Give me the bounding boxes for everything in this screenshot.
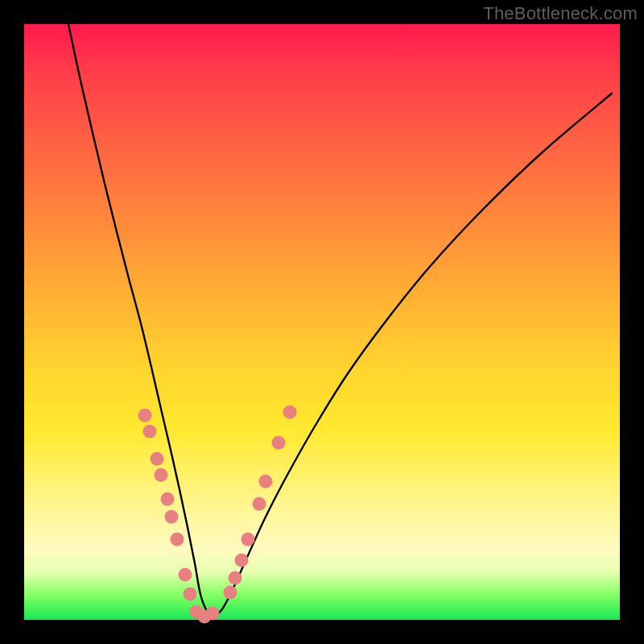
- highlight-dot: [242, 533, 255, 547]
- watermark-text: TheBottleneck.com: [483, 3, 638, 24]
- highlight-dot: [161, 493, 175, 506]
- highlight-dot: [143, 425, 157, 439]
- bottleneck-curve: [68, 24, 612, 617]
- highlight-dot: [235, 554, 249, 568]
- highlight-dot: [253, 497, 266, 511]
- curve-svg: [24, 24, 620, 620]
- highlight-dot: [165, 510, 179, 524]
- plot-area: [24, 24, 620, 620]
- highlight-dot: [272, 436, 286, 450]
- highlight-dot: [224, 586, 237, 600]
- highlight-dot: [184, 588, 197, 601]
- highlight-dot: [283, 406, 297, 419]
- highlight-dot: [206, 607, 220, 621]
- highlight-dots: [138, 406, 297, 624]
- highlight-dot: [151, 452, 164, 466]
- highlight-dot: [229, 572, 242, 585]
- chart-frame: TheBottleneck.com: [0, 0, 644, 644]
- highlight-dot: [155, 469, 168, 482]
- highlight-dot: [179, 568, 192, 582]
- highlight-dot: [259, 475, 273, 489]
- highlight-dot: [138, 409, 152, 423]
- highlight-dot: [171, 533, 184, 547]
